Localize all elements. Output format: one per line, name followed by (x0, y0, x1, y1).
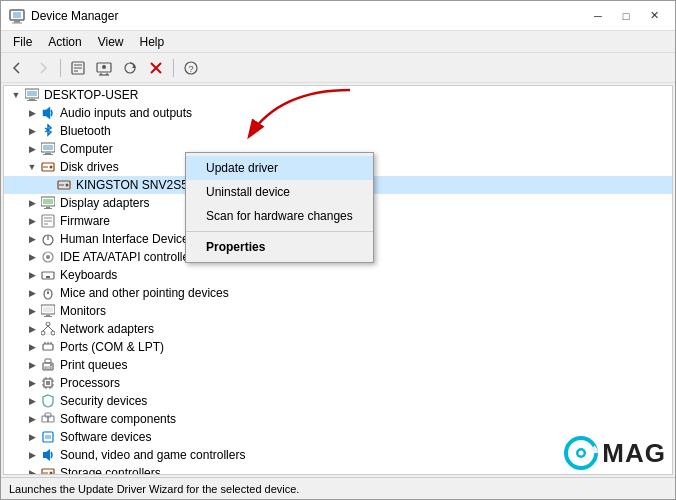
cmag-logo: MAG (562, 434, 666, 472)
diskdrives-expand[interactable]: ▼ (24, 159, 40, 175)
print-icon (40, 357, 56, 373)
status-bar: Launches the Update Driver Wizard for th… (1, 477, 675, 499)
tree-item-security[interactable]: ▶ Security devices (4, 392, 672, 410)
svg-rect-21 (27, 100, 37, 101)
help-button[interactable]: ? (179, 56, 203, 80)
svg-rect-2 (14, 21, 20, 23)
svg-line-62 (43, 326, 48, 331)
svg-point-61 (51, 331, 55, 335)
software-devices-expand[interactable]: ▶ (24, 429, 40, 445)
hid-expand[interactable]: ▶ (24, 231, 40, 247)
svg-rect-20 (29, 99, 35, 100)
hid-label: Human Interface Devices (60, 232, 195, 246)
print-expand[interactable]: ▶ (24, 357, 40, 373)
scan-button[interactable] (118, 56, 142, 80)
svg-text:?: ? (188, 64, 193, 74)
root-expand[interactable]: ▼ (8, 87, 24, 103)
svg-rect-19 (27, 91, 37, 96)
svg-rect-58 (44, 316, 52, 317)
menu-bar: File Action View Help (1, 31, 675, 53)
mice-label: Mice and other pointing devices (60, 286, 229, 300)
ports-expand[interactable]: ▶ (24, 339, 40, 355)
ide-label: IDE ATA/ATAPI controllers (60, 250, 199, 264)
audio-expand[interactable]: ▶ (24, 105, 40, 121)
menu-file[interactable]: File (5, 33, 40, 51)
svg-rect-36 (44, 208, 52, 209)
ctx-scan-hardware[interactable]: Scan for hardware changes (186, 204, 373, 228)
monitors-expand[interactable]: ▶ (24, 303, 40, 319)
toolbar: ? (1, 53, 675, 83)
ide-expand[interactable]: ▶ (24, 249, 40, 265)
menu-action[interactable]: Action (40, 33, 89, 51)
tree-item-network[interactable]: ▶ Network adapters (4, 320, 672, 338)
diskdrives-icon (40, 159, 56, 175)
computer-label: Computer (60, 142, 113, 156)
context-menu: Update driver Uninstall device Scan for … (185, 152, 374, 263)
svg-rect-70 (45, 367, 51, 369)
device-tree[interactable]: ▼ DESKTOP-USER ▶ (3, 85, 673, 475)
firmware-expand[interactable]: ▶ (24, 213, 40, 229)
tree-item-processors[interactable]: ▶ Processors (4, 374, 672, 392)
status-text: Launches the Update Driver Wizard for th… (9, 483, 299, 495)
tree-item-software-components[interactable]: ▶ Software components (4, 410, 672, 428)
svg-rect-25 (45, 153, 51, 154)
ctx-separator (186, 231, 373, 232)
keyboards-label: Keyboards (60, 268, 117, 282)
keyboards-expand[interactable]: ▶ (24, 267, 40, 283)
tree-item-keyboards[interactable]: ▶ Keyboards (4, 266, 672, 284)
computer-expand[interactable]: ▶ (24, 141, 40, 157)
mice-expand[interactable]: ▶ (24, 285, 40, 301)
properties-button[interactable] (66, 56, 90, 80)
processors-expand[interactable]: ▶ (24, 375, 40, 391)
cmag-text: MAG (602, 438, 666, 469)
svg-point-31 (66, 184, 69, 187)
svg-rect-69 (45, 359, 51, 363)
security-expand[interactable]: ▶ (24, 393, 40, 409)
ctx-uninstall-device[interactable]: Uninstall device (186, 180, 373, 204)
svg-point-89 (50, 472, 53, 475)
close-button[interactable]: ✕ (641, 6, 667, 26)
svg-rect-3 (12, 22, 22, 23)
menu-help[interactable]: Help (132, 33, 173, 51)
tree-item-ports[interactable]: ▶ Ports (COM & LPT) (4, 338, 672, 356)
sound-expand[interactable]: ▶ (24, 447, 40, 463)
security-icon (40, 393, 56, 409)
ctx-properties[interactable]: Properties (186, 235, 373, 259)
network-expand[interactable]: ▶ (24, 321, 40, 337)
display-expand[interactable]: ▶ (24, 195, 40, 211)
tree-root[interactable]: ▼ DESKTOP-USER (4, 86, 672, 104)
network-icon (40, 321, 56, 337)
update-driver-button[interactable] (92, 56, 116, 80)
maximize-button[interactable]: □ (613, 6, 639, 26)
monitors-icon (40, 303, 56, 319)
tree-item-audio[interactable]: ▶ Audio inputs and outputs (4, 104, 672, 122)
tree-item-bluetooth[interactable]: ▶ Bluetooth (4, 122, 672, 140)
svg-rect-24 (43, 145, 53, 150)
ports-icon (40, 339, 56, 355)
svg-point-12 (102, 65, 106, 69)
svg-marker-87 (43, 449, 50, 461)
processors-label: Processors (60, 376, 120, 390)
storage-expand[interactable]: ▶ (24, 465, 40, 475)
svg-rect-26 (43, 154, 53, 155)
svg-marker-22 (43, 107, 50, 119)
tree-item-print[interactable]: ▶ Print queues (4, 356, 672, 374)
window-controls: ─ □ ✕ (585, 6, 667, 26)
tree-item-monitors[interactable]: ▶ Monitors (4, 302, 672, 320)
back-button[interactable] (5, 56, 29, 80)
device-manager-window: Device Manager ─ □ ✕ File Action View He… (0, 0, 676, 500)
kingston-expand[interactable] (40, 177, 56, 193)
ctx-update-driver[interactable]: Update driver (186, 156, 373, 180)
network-label: Network adapters (60, 322, 154, 336)
remove-button[interactable] (144, 56, 168, 80)
svg-rect-35 (46, 207, 50, 208)
tree-item-mice[interactable]: ▶ Mice and other pointing devices (4, 284, 672, 302)
software-components-expand[interactable]: ▶ (24, 411, 40, 427)
menu-view[interactable]: View (90, 33, 132, 51)
minimize-button[interactable]: ─ (585, 6, 611, 26)
ide-icon (40, 249, 56, 265)
software-components-label: Software components (60, 412, 176, 426)
forward-button[interactable] (31, 56, 55, 80)
bluetooth-expand[interactable]: ▶ (24, 123, 40, 139)
svg-point-60 (41, 331, 45, 335)
